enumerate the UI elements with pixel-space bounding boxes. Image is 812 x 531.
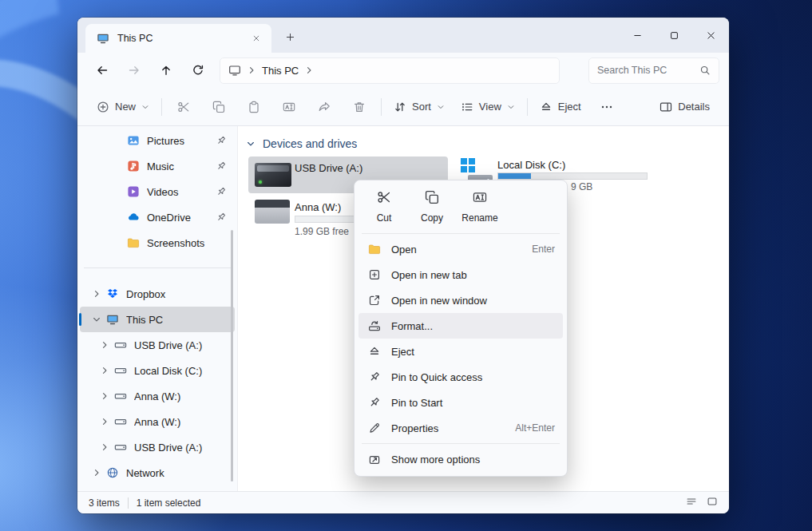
sidebar-item-usb-drive-a-2[interactable]: USB Drive (A:) [80, 434, 235, 460]
refresh-button[interactable] [183, 57, 213, 84]
details-pane-icon [660, 101, 672, 113]
chevron-right-icon[interactable] [95, 417, 114, 426]
new-button[interactable]: New [89, 93, 157, 121]
view-button[interactable]: View [453, 93, 523, 121]
toolbar-divider [161, 98, 162, 116]
details-button-label: Details [678, 101, 710, 113]
menu-item-format[interactable]: Format... [358, 313, 563, 339]
sidebar-item-videos[interactable]: Videos [80, 179, 235, 204]
maximize-button[interactable] [656, 18, 692, 53]
sidebar-item-onedrive[interactable]: OneDrive [80, 204, 235, 230]
view-button-label: View [479, 101, 501, 113]
drive-name-anna-w[interactable]: Anna (W:) [295, 201, 341, 213]
chevron-right-icon[interactable] [95, 442, 114, 452]
menu-item-open-in-new-window[interactable]: Open in new window [358, 287, 563, 313]
back-button[interactable] [87, 57, 117, 84]
tab-title: This PC [117, 33, 240, 44]
sort-button[interactable]: Sort [386, 93, 453, 121]
chevron-right-icon[interactable] [95, 366, 114, 375]
cut-button[interactable]: Cut [360, 186, 408, 228]
menu-divider [362, 443, 560, 444]
sidebar-item-anna-w-2[interactable]: Anna (W:) [80, 409, 235, 434]
forward-button[interactable] [119, 57, 149, 84]
search-placeholder: Search This PC [597, 65, 693, 76]
copy-button[interactable]: Copy [408, 186, 456, 228]
eject-icon [540, 101, 553, 113]
menu-item-properties[interactable]: Properties Alt+Enter [358, 415, 563, 441]
plus-circle-icon [97, 101, 109, 113]
chevron-right-icon[interactable] [247, 65, 256, 75]
chevron-right-icon[interactable] [95, 340, 114, 350]
cut-button[interactable] [166, 93, 201, 121]
sidebar-item-local-disk-c[interactable]: Local Disk (C:) [80, 358, 235, 383]
sidebar-item-screenshots[interactable]: Screenshots [80, 230, 235, 256]
sidebar-item-dropbox[interactable]: Dropbox [80, 281, 235, 307]
drive-name-local-disk-c[interactable]: Local Disk (C:) [497, 159, 565, 171]
rename-button[interactable]: Rename [456, 186, 504, 228]
drive-name: USB Drive (A:) [295, 162, 362, 174]
details-view-icon[interactable] [686, 496, 697, 510]
window-controls [619, 18, 729, 53]
tab-close-icon[interactable] [248, 30, 265, 47]
chevron-down-icon [141, 103, 149, 111]
minimize-button[interactable] [619, 18, 656, 53]
details-button[interactable]: Details [652, 93, 718, 121]
chevron-down-icon[interactable] [246, 139, 255, 149]
show-more-icon [367, 453, 382, 466]
menu-item-pin-to-start[interactable]: Pin to Start [358, 390, 563, 415]
tab-this-pc[interactable]: This PC [85, 24, 271, 53]
chevron-right-icon[interactable] [87, 468, 106, 478]
sidebar-item-usb-drive-a[interactable]: USB Drive (A:) [80, 332, 235, 358]
group-header-devices-and-drives[interactable]: Devices and drives [246, 137, 357, 150]
search-icon[interactable] [699, 65, 711, 76]
chevron-right-icon[interactable] [87, 289, 106, 299]
close-button[interactable] [692, 18, 729, 53]
drive-icon [114, 390, 127, 402]
rename-button[interactable] [271, 93, 307, 121]
share-button[interactable] [307, 93, 342, 121]
external-drive-image[interactable] [255, 200, 290, 224]
menu-item-open[interactable]: Open Enter [358, 236, 563, 262]
this-pc-icon [97, 32, 109, 45]
network-icon [106, 466, 119, 479]
breadcrumb-this-pc[interactable]: This PC [262, 65, 299, 77]
sidebar-item-music[interactable]: Music [80, 153, 235, 179]
sidebar-item-anna-w[interactable]: Anna (W:) [80, 383, 235, 409]
folder-icon [127, 236, 140, 249]
up-button[interactable] [151, 57, 181, 84]
new-tab-button[interactable] [278, 25, 302, 49]
copy-button[interactable] [201, 93, 236, 121]
usb-drive-image [255, 163, 291, 187]
this-pc-icon [106, 313, 119, 326]
sidebar-scrollbar[interactable] [231, 230, 233, 481]
item-count: 3 items [89, 497, 120, 509]
free-space-text: 9 GB [571, 181, 592, 192]
chevron-down-icon[interactable] [87, 315, 106, 324]
eject-button[interactable]: Eject [532, 93, 589, 121]
sidebar-item-network[interactable]: Network [80, 460, 235, 485]
menu-item-pin-to-quick-access[interactable]: Pin to Quick access [358, 364, 563, 390]
address-bar[interactable]: This PC [220, 57, 560, 84]
status-divider [128, 497, 129, 509]
menu-item-eject[interactable]: Eject [358, 339, 563, 364]
large-icons-view-icon[interactable] [707, 496, 718, 510]
sort-icon [394, 101, 406, 113]
navigation-pane: Pictures Music Videos OneDrive [77, 126, 237, 491]
menu-item-show-more-options[interactable]: Show more options [358, 446, 563, 472]
paste-button[interactable] [236, 93, 271, 121]
menu-divider [362, 233, 560, 234]
sidebar-divider [84, 267, 231, 268]
search-input[interactable]: Search This PC [588, 57, 719, 84]
dropbox-icon [106, 287, 119, 300]
menu-item-open-in-new-tab[interactable]: Open in new tab [358, 262, 563, 287]
sidebar-item-pictures[interactable]: Pictures [80, 128, 235, 153]
chevron-right-icon[interactable] [95, 391, 114, 401]
chevron-right-icon[interactable] [304, 65, 314, 75]
sidebar-item-this-pc[interactable]: This PC [80, 307, 235, 332]
eject-button-label: Eject [558, 101, 581, 113]
delete-button[interactable] [342, 93, 377, 121]
properties-icon [367, 422, 382, 434]
more-options-button[interactable] [589, 93, 624, 121]
rename-icon [473, 190, 487, 208]
new-button-label: New [115, 101, 136, 113]
